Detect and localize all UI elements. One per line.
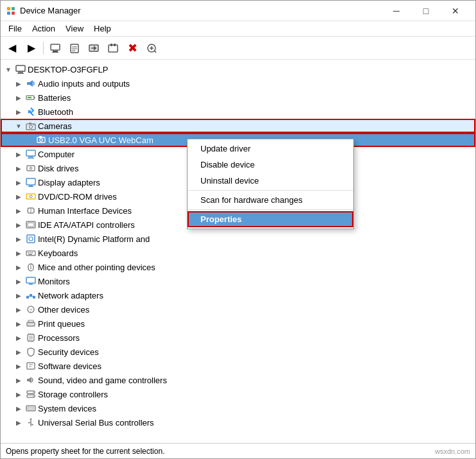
system-expand[interactable]: ▶ [13, 403, 24, 413]
context-menu: Update driver Disable device Uninstall d… [187, 139, 354, 229]
proc-expand[interactable]: ▶ [13, 333, 24, 343]
storage-expand[interactable]: ▶ [13, 389, 24, 399]
svg-rect-16 [114, 44, 116, 46]
cameras-expand[interactable]: ▼ [13, 121, 24, 131]
toolbar-back[interactable]: ◀ [3, 39, 21, 57]
svg-rect-73 [29, 336, 33, 340]
svg-rect-60 [26, 277, 35, 283]
tree-system[interactable]: ▶ System devices [1, 401, 475, 415]
tree-batteries[interactable]: ▶ Batteries [1, 91, 475, 105]
tree-keyboards[interactable]: ▶ Keyboards [1, 246, 475, 260]
audio-label: Audio inputs and outputs [38, 79, 130, 89]
svg-rect-14 [109, 45, 118, 52]
toolbar-forward[interactable]: ▶ [22, 39, 40, 57]
disk-expand[interactable]: ▶ [13, 163, 24, 173]
dvd-icon [26, 191, 36, 202]
mice-icon [26, 262, 36, 272]
minimize-button[interactable]: ─ [382, 1, 411, 21]
watermark: wsxdn.com [435, 447, 470, 455]
toolbar-properties[interactable] [66, 39, 84, 57]
tree-security[interactable]: ▶ Security devices [1, 345, 475, 359]
menu-help[interactable]: Help [89, 22, 116, 35]
print-label: Print queues [38, 319, 85, 329]
keyboards-label: Keyboards [38, 248, 78, 258]
root-expand[interactable]: ▼ [3, 64, 13, 74]
toolbar-scan[interactable] [104, 39, 122, 57]
content-area: ▼ DESKTOP-O3FGFLP ▶ Audio inputs and out… [1, 60, 475, 443]
tree-audio[interactable]: ▶ Audio inputs and outputs [1, 76, 475, 91]
tree-mice[interactable]: ▶ Mice and other pointing devices [1, 260, 475, 274]
svg-rect-0 [7, 7, 10, 10]
maximize-button[interactable]: □ [411, 1, 441, 21]
network-icon [26, 290, 36, 300]
bluetooth-icon [26, 107, 36, 117]
tree-bluetooth[interactable]: ▶ Bluetooth [1, 105, 475, 119]
tree-sound[interactable]: ▶ Sound, video and game controllers [1, 373, 475, 387]
tree-root[interactable]: ▼ DESKTOP-O3FGFLP [1, 62, 475, 76]
hid-expand[interactable]: ▶ [13, 205, 24, 216]
intel-expand[interactable]: ▶ [13, 234, 24, 244]
toolbar-computer[interactable] [46, 39, 64, 57]
security-expand[interactable]: ▶ [13, 347, 24, 357]
toolbar-uninstall[interactable]: ✖ [123, 39, 141, 57]
svg-rect-23 [27, 82, 30, 85]
intel-icon [26, 234, 36, 244]
monitors-expand[interactable]: ▶ [13, 276, 24, 286]
tree-intel[interactable]: ▶ Intel(R) Dynamic Platform and [1, 232, 475, 246]
ctx-properties[interactable]: Properties [188, 211, 353, 227]
menu-action[interactable]: Action [27, 22, 60, 35]
toolbar-update-driver[interactable] [85, 39, 103, 57]
computer-expand[interactable]: ▶ [13, 149, 24, 159]
network-expand[interactable]: ▶ [13, 290, 24, 300]
tree-monitors[interactable]: ▶ Monitors [1, 274, 475, 288]
close-button[interactable]: ✕ [441, 1, 470, 21]
audio-expand[interactable]: ▶ [13, 78, 24, 89]
usb-expand[interactable]: ▶ [13, 417, 24, 428]
toolbar-add-legacy[interactable] [143, 39, 161, 57]
svg-point-40 [30, 168, 31, 168]
svg-rect-61 [29, 284, 33, 285]
dvd-expand[interactable]: ▶ [13, 191, 24, 202]
svg-rect-30 [29, 123, 31, 125]
tree-usb[interactable]: ▶ Universal Serial Bus controllers [1, 415, 475, 429]
other-icon: ? [26, 304, 36, 315]
svg-point-45 [30, 195, 32, 198]
ctx-uninstall-device[interactable]: Uninstall device [188, 173, 353, 189]
tree-print[interactable]: ▶ Print queues [1, 316, 475, 331]
ctx-scan-hardware[interactable]: Scan for hardware changes [188, 192, 353, 208]
svg-point-91 [30, 419, 32, 420]
ctx-update-driver[interactable]: Update driver [188, 141, 353, 157]
tree-storage[interactable]: ▶ Storage controllers [1, 387, 475, 401]
display-expand[interactable]: ▶ [13, 177, 24, 187]
menu-file[interactable]: File [3, 22, 27, 35]
bluetooth-expand[interactable]: ▶ [13, 107, 24, 117]
other-expand[interactable]: ▶ [13, 304, 24, 315]
svg-rect-54 [30, 252, 31, 254]
security-icon [26, 347, 36, 357]
svg-rect-4 [51, 44, 60, 50]
svg-point-33 [40, 139, 42, 141]
menu-view[interactable]: View [60, 22, 89, 35]
batteries-expand[interactable]: ▶ [13, 92, 24, 103]
svg-rect-83 [27, 379, 29, 381]
tree-software[interactable]: ▶ Software devices [1, 359, 475, 373]
tree-network[interactable]: ▶ Network adapters [1, 288, 475, 302]
tree-proc[interactable]: ▶ Processors [1, 331, 475, 345]
keyboards-expand[interactable]: ▶ [13, 248, 24, 258]
svg-rect-49 [28, 223, 34, 227]
sound-expand[interactable]: ▶ [13, 375, 24, 385]
svg-rect-34 [39, 136, 42, 138]
ide-expand[interactable]: ▶ [13, 220, 24, 230]
tree-cameras[interactable]: ▼ Cameras [1, 119, 475, 133]
device-tree[interactable]: ▼ DESKTOP-O3FGFLP ▶ Audio inputs and out… [1, 60, 475, 443]
print-expand[interactable]: ▶ [13, 318, 24, 329]
monitors-label: Monitors [38, 277, 70, 286]
device-manager-window: Device Manager ─ □ ✕ File Action View He… [0, 0, 476, 459]
svg-rect-3 [12, 12, 15, 15]
tree-other[interactable]: ▶ ? Other devices [1, 302, 475, 316]
software-expand[interactable]: ▶ [13, 361, 24, 371]
mice-expand[interactable]: ▶ [13, 262, 24, 272]
svg-rect-6 [52, 52, 58, 53]
ctx-disable-device[interactable]: Disable device [188, 157, 353, 173]
proc-label: Processors [38, 333, 80, 343]
